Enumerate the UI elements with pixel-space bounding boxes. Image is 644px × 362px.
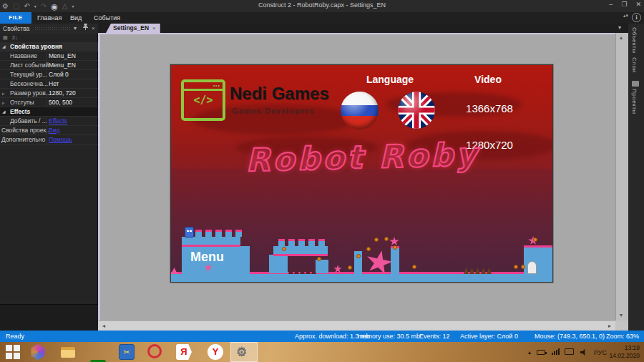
vertical-scrollbar[interactable]: ▴ ▾ (615, 33, 628, 321)
coin (393, 245, 397, 250)
scroll-down-icon[interactable]: ▾ (620, 311, 623, 320)
property-value[interactable]: Menu_EN (49, 61, 76, 70)
status-memory: memory use: 30.5 mb (358, 331, 420, 342)
language-header[interactable]: Language (361, 74, 419, 85)
help-link[interactable]: Помощь (49, 135, 72, 145)
property-label: Отступы (10, 98, 34, 107)
taskbar-snipping-icon[interactable]: ✂ (119, 344, 135, 360)
scroll-up-icon[interactable]: ▴ (620, 34, 623, 42)
battery-icon[interactable] (537, 350, 545, 355)
property-value[interactable]: 1280, 720 (49, 89, 76, 98)
close-button[interactable]: ✕ (635, 1, 641, 8)
expand-icon[interactable]: ▹ (2, 89, 5, 98)
coin (348, 265, 352, 270)
scroll-right-icon[interactable]: ▸ (608, 322, 611, 331)
game-title[interactable]: Robot Roby (170, 134, 553, 180)
start-button[interactable] (5, 344, 21, 360)
speaker-icon[interactable] (580, 349, 587, 356)
resolution-option-1366[interactable]: 1366x768 (459, 102, 519, 114)
property-value[interactable]: 500, 500 (49, 98, 72, 107)
property-row[interactable]: ▹ Размер уров... 1280, 720 (0, 89, 98, 98)
uk-flag-button[interactable] (398, 92, 435, 129)
game-layout-frame[interactable]: ••• </> Nedi Games Games Developers Lang… (170, 64, 553, 283)
taskbar-explorer-icon[interactable] (60, 344, 76, 360)
clock[interactable]: 13:19 14.02.2020 (609, 344, 640, 360)
coin (366, 247, 371, 251)
video-header[interactable]: Video (459, 74, 517, 85)
language-indicator[interactable]: РУС (594, 349, 607, 356)
code-icon: </> (184, 94, 223, 107)
time: 13:19 (609, 344, 640, 352)
effects-link[interactable]: Effects (49, 117, 67, 126)
document-tab-bar: Settings_EN× ▾ (98, 24, 628, 33)
section-label: Effects (10, 107, 30, 117)
properties-panel-header: Свойства ▾ × (0, 24, 98, 34)
categorize-icon[interactable]: ▤ (3, 34, 8, 42)
panel-drag-texture (34, 26, 72, 31)
about-info-icon[interactable]: i (632, 13, 641, 22)
status-mouse: Mouse: (749.3, 650.1, 0) (535, 331, 605, 342)
network-signal-icon[interactable] (552, 348, 560, 355)
property-row[interactable]: Бесконечна... Нет (0, 79, 98, 89)
property-row[interactable]: Дополнительно Помощь (0, 135, 98, 145)
tab-layers[interactable]: Слои (631, 57, 638, 72)
coin (533, 238, 537, 242)
property-row[interactable]: Название Menu_EN (0, 52, 98, 61)
property-row[interactable]: Свойства проек... Вид (0, 126, 98, 135)
taskbar-opera-icon[interactable] (147, 344, 162, 358)
property-row[interactable]: Добавить / ... Effects (0, 117, 98, 126)
exit-door (527, 261, 537, 274)
project-properties-link[interactable]: Вид (49, 126, 59, 135)
property-label: Свойства проек... (1, 126, 51, 135)
taskbar-paint3d-icon[interactable] (30, 344, 46, 360)
taskbar-construct2-gear-icon[interactable]: ⚙ (236, 344, 247, 359)
tab-objects[interactable]: Объекты (631, 27, 638, 54)
taskbar-yandex-icon[interactable]: Я (176, 344, 192, 360)
property-label: Бесконечна... (10, 79, 48, 89)
ribbon-tab-events[interactable]: События (94, 12, 120, 24)
tab-projects[interactable]: Проекты (631, 89, 638, 114)
tab-close-icon[interactable]: × (152, 25, 156, 31)
taskbar-yandex-browser-icon[interactable]: Y (208, 344, 223, 360)
sort-icon[interactable]: 2↓ (12, 34, 17, 42)
panel-close-icon[interactable]: × (92, 24, 95, 34)
tray-expand-icon[interactable]: ▴ (528, 349, 531, 356)
ribbon-tab-home[interactable]: Главная (37, 12, 62, 24)
panel-pin-icon[interactable] (83, 24, 88, 34)
file-menu-button[interactable]: FILE (0, 12, 31, 24)
tab-list-dropdown-icon[interactable]: ▾ (618, 24, 621, 31)
status-ready: Ready (6, 331, 24, 342)
logo-title[interactable]: Nedi Games (230, 84, 329, 104)
property-value[interactable]: Menu_EN (49, 52, 76, 61)
property-section[interactable]: ◢ Свойства уровня (0, 42, 98, 52)
ribbon-collapse-icon[interactable]: ▴▾ (623, 14, 628, 18)
property-value[interactable]: Слой 0 (49, 70, 69, 79)
menu-button[interactable]: Menu (190, 250, 224, 265)
section-label: Свойства уровня (10, 42, 62, 52)
coin (384, 237, 389, 241)
restore-button[interactable]: ❐ (621, 1, 627, 8)
property-row[interactable]: Лист событий Menu_EN (0, 61, 98, 70)
panel-dropdown-icon[interactable]: ▾ (74, 24, 77, 34)
property-section[interactable]: ◢ Effects (0, 107, 98, 117)
property-label: Добавить / ... (10, 117, 47, 126)
coin (514, 265, 518, 269)
ribbon-tab-view[interactable]: Вид (70, 12, 82, 24)
russian-flag-button[interactable] (341, 92, 379, 129)
tab-label: Settings_EN (113, 24, 149, 31)
status-zoom: Zoom: 63% (606, 331, 639, 342)
minimize-button[interactable]: – (609, 1, 613, 8)
nedi-games-logo-icon[interactable]: ••• </> (181, 79, 225, 121)
platform-column (316, 260, 328, 273)
expand-icon[interactable]: ▹ (2, 98, 5, 107)
property-label: Название (10, 52, 37, 61)
uk-flag-graphic (398, 92, 435, 129)
scroll-left-icon[interactable]: ◂ (102, 322, 105, 331)
display-icon[interactable] (565, 348, 574, 355)
horizontal-scrollbar[interactable]: ◂ ▸ (98, 321, 615, 331)
property-row[interactable]: Текущий ур... Слой 0 (0, 70, 98, 79)
property-row[interactable]: ▹ Отступы 500, 500 (0, 98, 98, 107)
tab-settings-en[interactable]: Settings_EN× (106, 24, 160, 33)
windows-taskbar: ✂ Я Y ⚙ ▴ РУС 13:19 14.02.2020 (0, 342, 644, 362)
property-value[interactable]: Нет (49, 79, 59, 89)
